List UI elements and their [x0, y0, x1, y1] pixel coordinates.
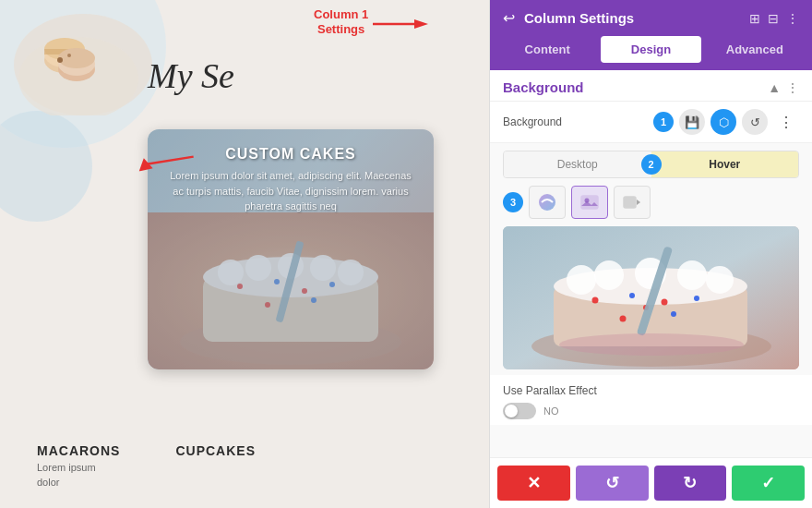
macarons-decoration — [5, 5, 152, 115]
svg-point-7 — [58, 48, 95, 68]
device-row-wrapper: Desktop Hover 2 — [490, 151, 812, 178]
columns-icon[interactable]: ⊟ — [768, 11, 779, 26]
background-label: Background — [503, 115, 646, 128]
svg-marker-11 — [414, 19, 428, 29]
svg-point-43 — [592, 297, 599, 304]
svg-point-46 — [694, 296, 699, 301]
back-icon[interactable]: ↩ — [503, 9, 515, 27]
video-icon — [623, 193, 641, 212]
tab-design[interactable]: Design — [601, 36, 700, 63]
svg-marker-33 — [637, 200, 640, 205]
panel-header: ↩ Column Settings ⊞ ⊟ ⋮ — [490, 0, 812, 36]
tab-advanced[interactable]: Advanced — [705, 36, 805, 63]
bottom-item-macarons: MACARONS Lorem ipsum dolor — [37, 443, 120, 490]
more-bg-button[interactable]: ⋮ — [773, 109, 799, 135]
annotation-arrow-svg — [373, 15, 428, 33]
image-icon — [580, 193, 599, 212]
annotation-column1: Column 1 Settings — [314, 7, 368, 36]
bottom-item-cupcakes: CUPCAKES — [175, 443, 256, 490]
cursor-icon-button[interactable]: ⬡ — [710, 109, 736, 135]
svg-point-9 — [67, 54, 71, 57]
svg-rect-30 — [581, 196, 598, 209]
preview-cake-svg — [503, 226, 799, 369]
icon-type-row: 3 — [503, 186, 799, 219]
redo-button[interactable]: ↻ — [654, 466, 727, 501]
section-header-background: Background ▲ ⋮ — [490, 70, 812, 102]
background-preview-image — [503, 226, 799, 369]
annotation-line1: Column 1 — [314, 7, 368, 22]
panel-title: Column Settings — [524, 10, 740, 26]
parallax-row: Use Parallax Effect NO — [490, 375, 812, 425]
svg-point-48 — [671, 311, 676, 317]
parallax-toggle[interactable] — [503, 403, 536, 419]
content-area: My Se Column 1 Settings — [0, 0, 489, 508]
panel-header-actions: ⊞ ⊟ ⋮ — [749, 11, 799, 26]
action-bar: ✕ ↺ ↻ ✓ — [490, 457, 812, 508]
macarons-svg — [5, 5, 152, 115]
desktop-button[interactable]: Desktop — [504, 151, 651, 177]
svg-point-44 — [629, 293, 635, 298]
svg-point-51 — [559, 333, 744, 356]
confirm-button[interactable]: ✓ — [732, 466, 805, 501]
reset-bg-button[interactable]: ↺ — [742, 109, 768, 135]
more-icon[interactable]: ⋮ — [786, 11, 799, 26]
svg-point-39 — [594, 260, 624, 290]
right-panel: ↩ Column Settings ⊞ ⊟ ⋮ Content Design A… — [489, 0, 812, 508]
svg-point-45 — [662, 299, 668, 306]
hover-button[interactable]: Hover — [651, 151, 799, 177]
panel-body: Background ▲ ⋮ Background 1 💾 ⬡ ↺ ⋮ — [490, 70, 812, 457]
tabs-bar: Content Design Advanced — [490, 36, 812, 70]
svg-point-42 — [706, 266, 734, 294]
video-type-button[interactable] — [614, 186, 651, 219]
svg-marker-13 — [139, 158, 155, 175]
gradient-icon — [538, 193, 556, 212]
parallax-value: NO — [543, 405, 559, 417]
step-badge-1: 1 — [653, 112, 674, 132]
section-controls: ▲ ⋮ — [768, 80, 799, 95]
step-badge-3: 3 — [503, 192, 523, 212]
background-controls: 1 💾 ⬡ ↺ ⋮ — [653, 109, 799, 135]
annotation-line2: Settings — [314, 22, 368, 37]
gradient-type-button[interactable] — [529, 186, 566, 219]
resize-icon[interactable]: ⊞ — [749, 11, 760, 26]
parallax-toggle-row: NO — [503, 403, 799, 419]
cupcakes-title: CUPCAKES — [175, 443, 256, 458]
tab-content[interactable]: Content — [497, 36, 597, 63]
macarons-desc: Lorem ipsum dolor — [37, 461, 120, 490]
image-type-button[interactable] — [571, 186, 608, 219]
svg-point-38 — [567, 265, 596, 295]
section-more[interactable]: ⋮ — [786, 80, 799, 95]
svg-rect-32 — [624, 197, 636, 208]
svg-point-29 — [539, 194, 555, 211]
parallax-label: Use Parallax Effect — [503, 384, 799, 397]
macarons-title: MACARONS — [37, 443, 120, 458]
section-title-background: Background — [503, 79, 584, 95]
cancel-button[interactable]: ✕ — [497, 466, 570, 501]
svg-point-47 — [620, 316, 627, 322]
background-row: Background 1 💾 ⬡ ↺ ⋮ — [490, 102, 812, 143]
cake-title: CUSTOM CAKES — [225, 146, 356, 163]
page-title: My Se — [148, 55, 234, 96]
step-badge-2: 2 — [641, 154, 662, 175]
toggle-thumb — [505, 405, 518, 417]
svg-point-8 — [57, 57, 63, 63]
bottom-section: MACARONS Lorem ipsum dolor CUPCAKES — [37, 443, 138, 490]
cake-text: Lorem ipsum dolor sit amet, adipiscing e… — [164, 168, 417, 214]
section-chevron-up[interactable]: ▲ — [768, 80, 781, 95]
save-bg-button[interactable]: 💾 — [679, 109, 705, 135]
svg-point-41 — [677, 260, 707, 290]
reset-button[interactable]: ↺ — [576, 466, 649, 501]
